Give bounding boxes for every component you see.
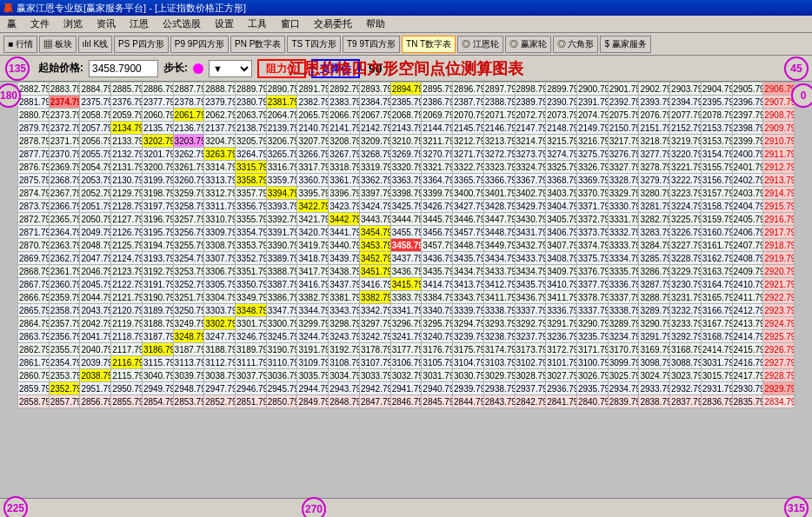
- table-row: 2858.792857.792856.792855.792854.792853.…: [18, 395, 795, 408]
- ctrl-bar: 135 起始价格: 步长: ▼ 阻力位 支撑位 90 江恩价格四方形空间点位测算…: [0, 56, 812, 82]
- tb-t4[interactable]: TS T四方形: [287, 36, 340, 53]
- table-cell: 3382.79: [359, 291, 390, 304]
- table-cell: 3377.79: [576, 278, 608, 291]
- tb-tn[interactable]: TN T数字表: [402, 36, 456, 53]
- table-cell: 3397.79: [359, 187, 390, 200]
- table-cell: 2123.79: [111, 265, 143, 278]
- table-cell: 2382.79: [297, 96, 329, 109]
- start-price-input[interactable]: [89, 60, 158, 77]
- table-cell: 3210.79: [390, 135, 422, 148]
- table-cell: 3441.79: [329, 226, 360, 239]
- table-cell: 2885.79: [111, 83, 143, 96]
- tb-quotes[interactable]: ■ 行情: [3, 36, 37, 53]
- menu-jiangen[interactable]: 江恩: [126, 16, 152, 32]
- table-cell: 2369.79: [49, 161, 80, 174]
- table-cell: 3287.79: [639, 278, 670, 291]
- table-row: 2874.792367.792052.792129.793198.793259.…: [18, 187, 795, 200]
- table-cell: 2038.79: [80, 369, 111, 382]
- menu-settings[interactable]: 设置: [211, 16, 237, 32]
- table-cell: 2075.79: [608, 109, 639, 122]
- tb-service[interactable]: $ 赢家服务: [600, 36, 650, 53]
- table-cell: 3028.79: [515, 369, 546, 382]
- table-cell: 2129.79: [111, 187, 143, 200]
- table-cell: 3448.79: [483, 226, 515, 239]
- table-cell: 3348.79: [236, 304, 267, 317]
- table-cell: 2876.79: [18, 161, 50, 174]
- table-cell: 2845.79: [422, 395, 453, 408]
- table-cell: 3030.79: [453, 369, 484, 382]
- table-cell: 2042.79: [80, 317, 111, 330]
- table-cell: 2360.79: [49, 278, 80, 291]
- table-cell: 3192.79: [142, 265, 173, 278]
- table-cell: 2848.79: [329, 395, 360, 408]
- table-cell: 2062.79: [204, 109, 236, 122]
- table-cell: 2356.79: [49, 330, 80, 343]
- menu-win[interactable]: 赢: [3, 16, 20, 32]
- table-row: 2880.792373.792058.792059.792060.792061.…: [18, 109, 795, 122]
- table-cell: 3193.79: [142, 252, 173, 265]
- table-cell: 2397.79: [732, 109, 763, 122]
- table-cell: 3336.79: [608, 278, 639, 291]
- table-cell: 2147.79: [515, 122, 546, 135]
- table-cell: 3101.79: [546, 356, 577, 369]
- tb-9p[interactable]: P9 9P四方形: [170, 36, 229, 53]
- menu-info[interactable]: 资讯: [93, 16, 119, 32]
- table-cell: 3439.79: [329, 252, 360, 265]
- table-cell: 3338.79: [483, 304, 515, 317]
- table-cell: 2859.79: [18, 382, 50, 395]
- table-cell: 3291.79: [546, 317, 577, 330]
- table-cell: 3432.79: [515, 239, 546, 252]
- table-cell: 2354.79: [49, 356, 80, 369]
- table-cell: 3215.79: [546, 135, 577, 148]
- step-select[interactable]: ▼: [209, 60, 252, 77]
- table-cell: 3434.79: [483, 252, 515, 265]
- tb-sector[interactable]: ▦ 板块: [39, 36, 77, 53]
- tb-yj-wheel[interactable]: ◎ 赢家轮: [505, 36, 551, 53]
- table-cell: 3292.79: [670, 330, 702, 343]
- table-cell: 3200.79: [142, 161, 173, 174]
- menu-window[interactable]: 窗口: [277, 16, 303, 32]
- table-cell: 3426.79: [422, 200, 453, 213]
- tb-kline[interactable]: ılıl K线: [78, 36, 112, 53]
- menu-formula[interactable]: 公式选股: [159, 16, 204, 32]
- table-row: 2876.792369.792054.792131.793200.793261.…: [18, 161, 795, 174]
- table-cell: 3356.79: [236, 200, 267, 213]
- tb-pn[interactable]: PN P数字表: [230, 36, 285, 53]
- table-cell: 2937.79: [515, 382, 546, 395]
- table-cell: 2150.79: [608, 122, 639, 135]
- tb-p4[interactable]: PS P四方形: [114, 36, 169, 53]
- table-cell: 2923.79: [763, 304, 795, 317]
- tb-hex[interactable]: ◎ 六角形: [553, 36, 599, 53]
- table-cell: 3216.79: [576, 135, 608, 148]
- table-cell: 3337.79: [608, 291, 639, 304]
- table-cell: 2913.79: [763, 174, 795, 187]
- table-cell: 3167.79: [701, 317, 732, 330]
- table-cell: 2925.79: [763, 330, 795, 343]
- menu-tools[interactable]: 工具: [244, 16, 270, 32]
- table-cell: 3161.79: [701, 239, 732, 252]
- table-cell: 3314.79: [204, 161, 236, 174]
- table-cell: 2391.79: [576, 96, 608, 109]
- table-cell: 2905.79: [732, 83, 763, 96]
- table-cell: 2355.79: [49, 343, 80, 356]
- table-cell: 3359.79: [266, 174, 297, 187]
- table-cell: 2046.79: [80, 265, 111, 278]
- table-cell: 2888.79: [204, 83, 236, 96]
- table-cell: 3032.79: [390, 369, 422, 382]
- step-dot: [193, 63, 203, 74]
- tb-wheel[interactable]: ◎ 江恩轮: [457, 36, 503, 53]
- menu-help[interactable]: 帮助: [363, 16, 389, 32]
- menu-browse[interactable]: 浏览: [60, 16, 86, 32]
- table-cell: 2841.79: [546, 395, 577, 408]
- table-cell: 3277.79: [639, 148, 670, 161]
- menu-trade[interactable]: 交易委托: [310, 16, 356, 32]
- table-cell: 3371.79: [576, 200, 608, 213]
- table-cell: 3228.79: [670, 252, 702, 265]
- table-cell: 3035.79: [297, 369, 329, 382]
- table-cell: 2837.79: [670, 395, 702, 408]
- table-cell: 3388.79: [266, 265, 297, 278]
- table-cell: 2922.79: [763, 291, 795, 304]
- tb-9t[interactable]: T9 9T四方形: [343, 36, 400, 53]
- table-cell: 3289.79: [608, 317, 639, 330]
- menu-file[interactable]: 文件: [27, 16, 53, 32]
